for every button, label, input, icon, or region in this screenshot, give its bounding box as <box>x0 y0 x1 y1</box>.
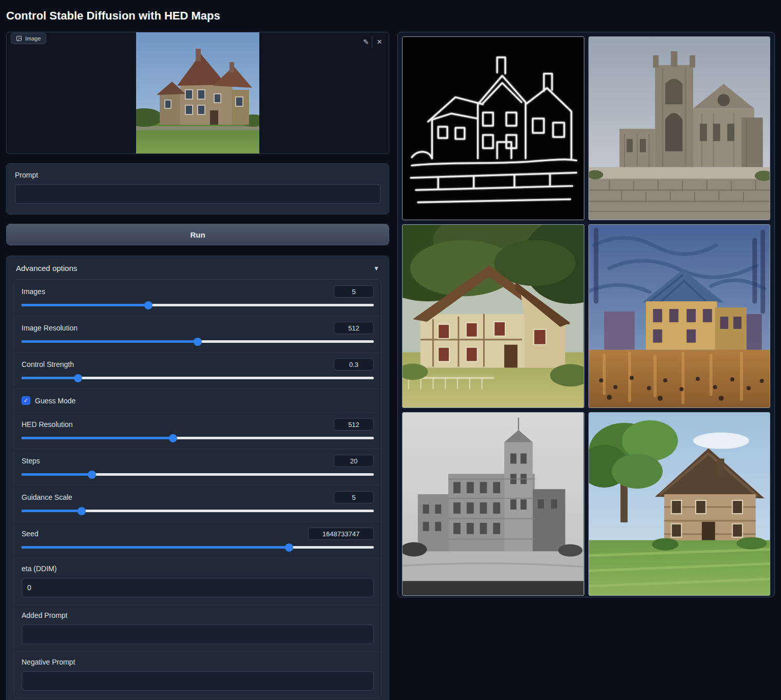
slider-label-steps: Steps <box>22 457 40 465</box>
house-painting-image <box>403 225 584 407</box>
slider-row-hed-resolution: HED Resolution <box>14 413 381 449</box>
guess-mode-row: ✓ Guess Mode <box>14 389 381 413</box>
cathedral-image <box>589 37 770 220</box>
advanced-options-body: Images Image Resolution <box>14 279 382 698</box>
slider-value-image-resolution[interactable] <box>334 322 374 334</box>
slider-handle-hed-resolution[interactable] <box>169 434 177 442</box>
gallery-item-rustic-house[interactable] <box>588 412 771 596</box>
slider-handle-guidance-scale[interactable] <box>78 507 86 515</box>
slider-handle-control-strength[interactable] <box>74 374 82 382</box>
clear-icon[interactable]: ✕ <box>373 35 386 48</box>
check-icon: ✓ <box>24 397 28 404</box>
slider-label-seed: Seed <box>22 530 39 538</box>
prompt-panel: Prompt <box>6 163 389 215</box>
slider-row-guidance-scale: Guidance Scale <box>14 485 381 522</box>
image-tab[interactable]: Image <box>11 33 46 44</box>
gallery-item-cathedral[interactable] <box>588 36 771 220</box>
output-column <box>397 32 775 597</box>
prompt-label: Prompt <box>15 171 380 179</box>
slider-track-control-strength[interactable] <box>22 377 374 379</box>
image-input-block[interactable]: Image ✎ ✕ <box>6 32 389 154</box>
main-layout: Image ✎ ✕ <box>6 32 775 700</box>
slider-label-control-strength: Control Strength <box>22 360 74 368</box>
edit-icon[interactable]: ✎ <box>360 35 372 48</box>
slider-handle-image-resolution[interactable] <box>194 338 202 346</box>
negative-prompt-label: Negative Prompt <box>22 658 374 666</box>
slider-track-image-resolution[interactable] <box>22 340 374 343</box>
eta-input[interactable] <box>22 578 374 597</box>
negative-prompt-input[interactable] <box>22 671 374 691</box>
slider-label-guidance-scale: Guidance Scale <box>22 493 72 501</box>
image-icon <box>16 35 22 42</box>
slider-label-hed-resolution: HED Resolution <box>22 420 73 429</box>
slider-handle-steps[interactable] <box>88 471 96 479</box>
gallery-item-house-painting[interactable] <box>402 224 584 408</box>
gallery-item-hed-edge-map[interactable] <box>402 36 584 220</box>
slider-fill <box>22 546 289 549</box>
added-prompt-row: Added Prompt <box>14 605 381 652</box>
gallery-item-stylized-building[interactable] <box>588 224 771 408</box>
slider-fill <box>22 304 148 306</box>
slider-track-steps[interactable] <box>22 473 374 476</box>
slider-value-guidance-scale[interactable] <box>334 491 374 503</box>
added-prompt-input[interactable] <box>22 625 374 644</box>
image-tab-label: Image <box>25 35 41 42</box>
advanced-options-panel: Advanced options ▼ Images <box>6 256 389 700</box>
run-button[interactable]: Run <box>6 224 389 245</box>
chevron-down-icon[interactable]: ▼ <box>373 265 379 272</box>
slider-label-images: Images <box>22 287 45 296</box>
grayscale-building-image <box>403 413 584 595</box>
slider-row-image-resolution: Image Resolution <box>14 316 381 353</box>
eta-label: eta (DDIM) <box>22 565 374 573</box>
negative-prompt-row: Negative Prompt <box>14 652 381 698</box>
slider-fill <box>22 510 82 512</box>
result-gallery-grid <box>402 36 770 596</box>
gallery-item-grayscale-building[interactable] <box>402 412 584 596</box>
input-house-photo <box>136 32 259 153</box>
slider-value-control-strength[interactable] <box>334 358 374 371</box>
slider-handle-images[interactable] <box>144 301 153 309</box>
guess-mode-checkbox[interactable]: ✓ <box>22 396 30 405</box>
slider-fill <box>22 437 173 439</box>
slider-label-image-resolution: Image Resolution <box>22 324 78 332</box>
prompt-input[interactable] <box>15 184 380 204</box>
slider-fill <box>22 377 78 379</box>
slider-track-hed-resolution[interactable] <box>22 437 374 439</box>
slider-row-seed: Seed <box>14 522 381 558</box>
page-title: Control Stable Diffusion with HED Maps <box>6 9 775 23</box>
advanced-options-title: Advanced options <box>16 264 77 273</box>
controls-column: Image ✎ ✕ <box>6 32 389 700</box>
hed-edge-map-image <box>403 37 584 220</box>
slider-value-seed[interactable] <box>308 528 374 540</box>
slider-value-images[interactable] <box>334 285 374 298</box>
rustic-house-image <box>589 413 770 595</box>
result-gallery <box>397 32 775 597</box>
slider-row-steps: Steps <box>14 449 381 485</box>
guess-mode-label: Guess Mode <box>35 397 75 405</box>
eta-row: eta (DDIM) <box>14 558 381 605</box>
slider-handle-seed[interactable] <box>285 543 293 552</box>
slider-row-control-strength: Control Strength <box>14 353 381 389</box>
slider-track-seed[interactable] <box>22 546 374 549</box>
stylized-building-image <box>589 225 770 407</box>
slider-track-guidance-scale[interactable] <box>22 510 374 512</box>
added-prompt-label: Added Prompt <box>22 611 374 619</box>
slider-fill <box>22 473 92 476</box>
slider-value-steps[interactable] <box>334 455 374 467</box>
slider-fill <box>22 340 198 343</box>
slider-row-images: Images <box>14 280 381 316</box>
slider-track-images[interactable] <box>22 304 374 306</box>
image-actions: ✎ ✕ <box>360 35 386 48</box>
slider-value-hed-resolution[interactable] <box>334 418 374 431</box>
advanced-options-header[interactable]: Advanced options ▼ <box>7 256 389 279</box>
